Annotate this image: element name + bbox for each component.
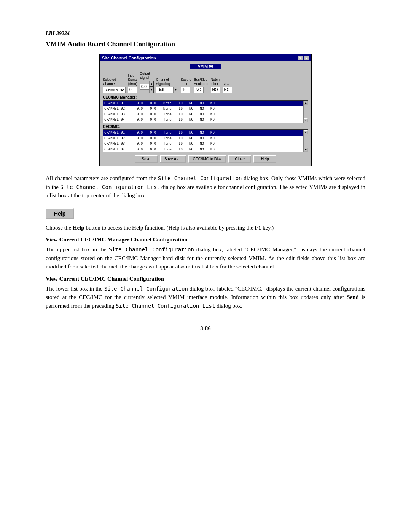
site-config-ref1: Site Channel Configuration [158,175,242,181]
cec-scroll-up-arrow[interactable]: ▲ [304,130,308,134]
notch-filter-label: NotchFilter [211,78,220,86]
section1-para-text: The upper list box in the [46,246,109,252]
section-title: VMIM Audio Board Channel Configuration [46,40,365,48]
secure-tone-field[interactable] [181,87,190,93]
cec-list-scrollbar[interactable]: ▲ ▼ [303,130,308,152]
manager-channel-list: CHANNEL 01: 0.0 0.0 Both 10 NO NO NO CHA… [103,100,308,123]
channel-signaling-group: ChannelSignaling ▼ [156,78,178,93]
selected-channel-input[interactable]: CHANNEL 01: [103,87,126,93]
cec-channel-row[interactable]: CHANNEL 04: 0.0 0.0 Tone 10 NO NO NO [103,147,303,152]
cec-scroll-down-arrow[interactable]: ▼ [304,148,308,152]
close-button[interactable]: Close [228,155,251,163]
dialog-box: Site Channel Configuration ▼ ▲ VMIM 06 S… [99,54,312,166]
site-config-ref2: Site Channel Configuration [109,246,194,252]
section2-para-text: The lower list box in the [46,286,104,292]
site-config-list-ref2: Site Channel Configuration List [116,303,215,309]
output-signal-spinner: ▲ ▼ [140,81,154,93]
dialog-button-row: Save Save As... CEC/IMC to Disk Close He… [103,154,308,163]
help-paragraph: Choose the Help button to access the Hel… [46,224,365,232]
minimize-button[interactable]: ▼ [298,56,303,60]
output-signal-field[interactable] [140,84,149,90]
channel-signaling-arrow[interactable]: ▼ [173,87,178,93]
help-bold-text: Help [73,225,84,231]
manager-list-scrollbar[interactable]: ▲ ▼ [303,101,308,123]
bus-slot-group: Bus/SlotEquipped [194,78,209,93]
input-signal-group: InputSignal(dBm) [128,73,137,93]
help-button-example[interactable]: Help [46,208,74,219]
body-para1-text: All channel parameters are configured fr… [46,175,158,181]
f1-key-label: F1 [255,225,261,231]
notch-filter-group: NotchFilter [211,78,220,93]
help-button-display[interactable]: Help [46,204,365,224]
cec-imc-manager-label: CEC/IMC Manager: [103,95,308,99]
cec-channel-row[interactable]: CHANNEL 03: 0.0 0.0 Tone 10 NO NO NO [103,141,303,147]
send-bold-text: Send [347,294,359,300]
channel-signaling-field[interactable] [156,87,173,93]
selected-channel-label: SelectedChannel: [103,78,116,86]
save-button[interactable]: Save [135,155,158,163]
input-signal-field[interactable] [128,87,137,93]
page-number: 3-86 [46,325,365,332]
scroll-up-arrow[interactable]: ▲ [304,101,308,105]
maximize-button[interactable]: ▲ [304,56,309,60]
manager-channel-list-inner: CHANNEL 01: 0.0 0.0 Both 10 NO NO NO CHA… [103,101,303,123]
output-signal-up[interactable]: ▲ [149,81,154,87]
section2-para-cont3: dialog box. [215,303,242,309]
output-signal-group: OutputSignal ▲ ▼ [140,72,154,93]
edit-fields-row: SelectedChannel: CHANNEL 01: InputSignal… [103,72,308,93]
cec-channel-list: CHANNEL 01: 0.0 0.0 Tone 10 NO NO NO CHA… [103,129,308,152]
section1-paragraph: The upper list box in the Site Channel C… [46,245,365,271]
alc-label: ALC [223,82,229,86]
cec-imc-label: CEC/IMC: [103,125,308,129]
bus-slot-label: Bus/SlotEquipped [194,78,209,86]
channel-signaling-label: ChannelSignaling [156,78,170,86]
save-as-button[interactable]: Save As... [160,155,186,163]
output-signal-down[interactable]: ▼ [149,87,154,93]
alc-group: ALC [223,82,232,93]
document: LBI-39224 VMIM Audio Board Channel Confi… [46,30,365,332]
cec-channel-list-inner: CHANNEL 01: 0.0 0.0 Tone 10 NO NO NO CHA… [103,130,303,152]
help-para-text: Choose the [46,225,73,231]
site-config-list-ref1: Site Channel Configuration List [60,184,160,190]
help-para-cont2: key.) [261,225,274,231]
cec-channel-row[interactable]: CHANNEL 01: 0.0 0.0 Tone 10 NO NO NO [103,130,303,136]
cec-imc-to-disk-button[interactable]: CEC/IMC to Disk [188,155,226,163]
manager-channel-row[interactable]: CHANNEL 01: 0.0 0.0 Both 10 NO NO NO [103,101,303,106]
body-paragraph-1: All channel parameters are configured fr… [46,174,365,200]
section1-title: View Current CEC/IMC Manager Channel Con… [46,236,365,243]
manager-channel-row[interactable]: CHANNEL 04: 0.0 0.0 Tone 10 NO NO NO [103,117,303,123]
dialog-body: VMIM 06 SelectedChannel: CHANNEL 01: Inp… [100,61,311,166]
vmim-selector[interactable]: VMIM 06 [190,64,221,69]
cec-channel-row[interactable]: CHANNEL 02: 0.0 0.0 Tone 10 NO NO NO [103,136,303,141]
help-button-dialog[interactable]: Help [253,155,276,163]
section2-title: View Current CEC/IMC Channel Configurati… [46,276,365,282]
titlebar-controls: ▼ ▲ [298,56,309,60]
secure-tone-group: SecureTone [181,78,192,93]
manager-channel-row[interactable]: CHANNEL 02: 0.0 0.0 None 10 NO NO NO [103,106,303,112]
selected-channel-group: SelectedChannel: CHANNEL 01: [103,78,126,93]
input-signal-label: InputSignal(dBm) [128,73,137,86]
manager-channel-row[interactable]: CHANNEL 03: 0.0 0.0 Tone 10 NO NO NO [103,112,303,117]
section2-paragraph: The lower list box in the Site Channel C… [46,284,365,310]
dialog-title: Site Channel Configuration [102,56,156,60]
dialog-titlebar: Site Channel Configuration ▼ ▲ [100,54,311,61]
channel-signaling-dropdown: ▼ [156,87,178,93]
output-signal-label: OutputSignal [140,72,150,80]
site-config-ref3: Site Channel Configuration [104,286,188,292]
doc-id: LBI-39224 [46,30,365,37]
notch-filter-field[interactable] [211,87,220,93]
help-para-cont: button to access the Help function. (Hel… [84,225,255,231]
scroll-down-arrow[interactable]: ▼ [304,118,308,122]
bus-slot-field[interactable] [194,87,204,93]
secure-tone-label: SecureTone [181,78,192,86]
alc-field[interactable] [223,87,232,93]
